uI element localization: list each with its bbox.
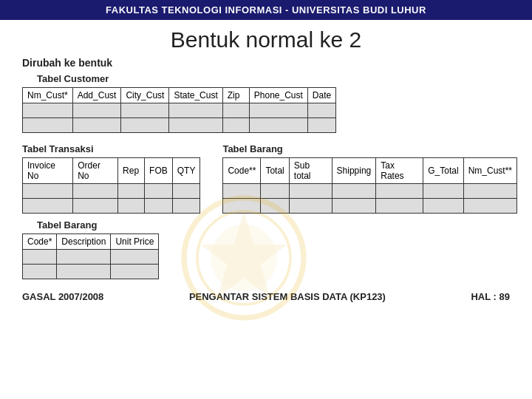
footer-center: PENGANTAR SISTEM BASIS DATA (KP123) [189,291,386,302]
main-title: Bentuk normal ke 2 [0,27,532,52]
bottom-tables-row: Tabel Transaksi Invoice No Order No Rep … [22,139,517,214]
transaksi-table-label: Tabel Transaksi [22,143,200,154]
barang-top-cell [423,199,463,214]
barang-top-cell [223,199,261,214]
transaksi-cell [23,199,73,214]
barang-top-col-0: Code** [223,158,261,184]
barang-top-col-5: G_Total [423,158,463,184]
transaksi-cell [145,184,173,199]
customer-cell [222,103,249,118]
transaksi-col-3: FOB [145,158,173,184]
barang-top-table-label: Tabel Barang [222,143,517,154]
barang-top-col-2: Sub total [289,158,332,184]
customer-col-2: City_Cust [121,88,169,103]
barang-top-cell [332,184,376,199]
barang-bottom-cell [57,250,111,265]
transaksi-col-4: QTY [172,158,200,184]
customer-table: Nm_Cust* Add_Cust City_Cust State_Cust Z… [22,87,336,133]
customer-col-5: Phone_Cust [249,88,307,103]
barang-bottom-cell [57,265,111,279]
barang-top-cell [223,184,261,199]
customer-cell [169,118,222,133]
customer-col-1: Add_Cust [72,88,121,103]
transaksi-group: Tabel Transaksi Invoice No Order No Rep … [22,139,200,214]
customer-cell [307,103,335,118]
transaksi-cell [172,184,200,199]
customer-col-3: State_Cust [169,88,222,103]
barang-top-cell [332,199,376,214]
transaksi-cell [118,184,145,199]
barang-bottom-col-0: Code* [23,234,57,250]
customer-cell [249,103,307,118]
barang-bottom-table-label: Tabel Barang [37,219,517,231]
customer-cell [121,103,169,118]
barang-top-cell [261,199,289,214]
customer-cell [222,118,249,133]
header-bar: FAKULTAS TEKNOLOGI INFORMASI - UNIVERSIT… [0,0,532,20]
barang-top-cell [289,199,332,214]
customer-table-label: Tabel Customer [37,73,517,84]
section-label: Dirubah ke bentuk [22,57,532,69]
barang-bottom-cell [111,265,159,279]
footer-bar: GASAL 2007/2008 PENGANTAR SISTEM BASIS D… [0,285,532,302]
barang-top-cell [261,184,289,199]
barang-top-group: Tabel Barang Code** Total Sub total Ship… [222,139,517,214]
barang-bottom-col-2: Unit Price [111,234,159,250]
barang-top-cell [463,199,516,214]
transaksi-col-2: Rep [118,158,145,184]
customer-cell [307,118,335,133]
barang-top-cell [423,184,463,199]
transaksi-cell [23,184,73,199]
footer-right: HAL : 89 [471,291,510,302]
customer-cell [72,103,121,118]
customer-cell [72,118,121,133]
customer-cell [249,118,307,133]
transaksi-cell [118,199,145,214]
customer-cell [169,103,222,118]
transaksi-cell [172,199,200,214]
barang-top-col-4: Tax Rates [376,158,423,184]
transaksi-table: Invoice No Order No Rep FOB QTY [22,157,200,214]
customer-cell [23,118,73,133]
header-title: FAKULTAS TEKNOLOGI INFORMASI - UNIVERSIT… [106,4,426,16]
customer-cell [121,118,169,133]
transaksi-col-1: Order No [73,158,118,184]
barang-bottom-col-1: Description [57,234,111,250]
customer-col-4: Zip [222,88,249,103]
barang-top-col-3: Shipping [332,158,376,184]
barang-top-col-1: Total [261,158,289,184]
transaksi-cell [73,199,118,214]
barang-top-cell [463,184,516,199]
transaksi-col-0: Invoice No [23,158,73,184]
barang-bottom-table: Code* Description Unit Price [22,233,159,279]
customer-cell [23,103,73,118]
customer-col-0: Nm_Cust* [23,88,73,103]
barang-top-col-6: Nm_Cust** [463,158,516,184]
barang-top-table: Code** Total Sub total Shipping Tax Rate… [222,157,517,214]
customer-col-6: Date [307,88,335,103]
barang-top-cell [289,184,332,199]
barang-bottom-cell [23,265,57,279]
barang-top-cell [376,184,423,199]
barang-top-cell [376,199,423,214]
barang-bottom-cell [111,250,159,265]
transaksi-cell [145,199,173,214]
transaksi-cell [73,184,118,199]
footer-left: GASAL 2007/2008 [22,291,103,302]
barang-bottom-cell [23,250,57,265]
